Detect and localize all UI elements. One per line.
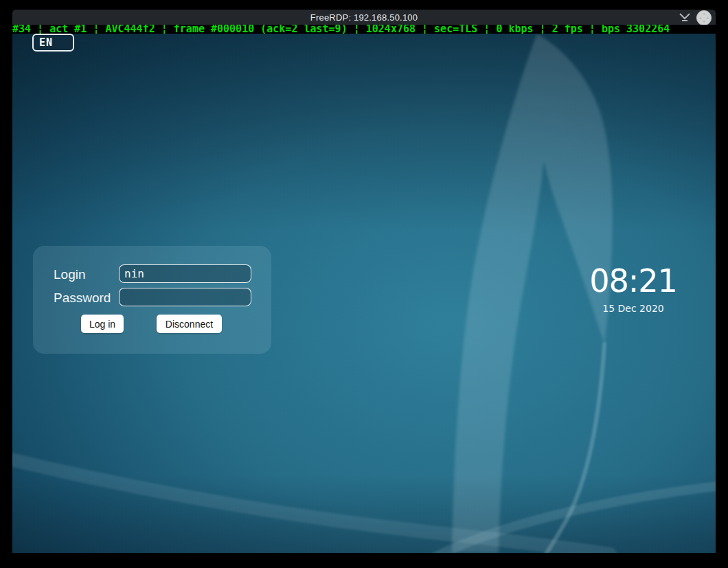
toolbar-knob-icon[interactable]: + + + + [696, 10, 712, 25]
window-titlebar[interactable]: FreeRDP: 192.168.50.100 + + + + [12, 10, 716, 25]
clock-time: 08:21 [551, 264, 716, 297]
login-panel: Login Password Log in Disconnect [33, 246, 271, 354]
disconnect-button[interactable]: Disconnect [157, 315, 222, 333]
rdp-status-line: #34 ¦ act #1 ¦ AVC444f2 ¦ frame #000010 … [12, 25, 728, 34]
clock-widget: 08:21 15 Dec 2020 [551, 264, 716, 314]
clock-date: 15 Dec 2020 [551, 303, 716, 314]
log-in-button[interactable]: Log in [81, 315, 124, 333]
titlebar-icons: + + + + [679, 10, 712, 25]
minimize-icon[interactable] [679, 12, 690, 22]
password-label: Password [54, 291, 111, 306]
remote-desktop: EN Login Password Log in Disconnect 08:2… [12, 34, 716, 553]
login-label: Login [54, 267, 86, 282]
login-input[interactable] [119, 264, 251, 283]
keyboard-layout-indicator[interactable]: EN [32, 34, 74, 52]
window-title: FreeRDP: 192.168.50.100 [310, 12, 418, 23]
password-input[interactable] [119, 288, 251, 306]
